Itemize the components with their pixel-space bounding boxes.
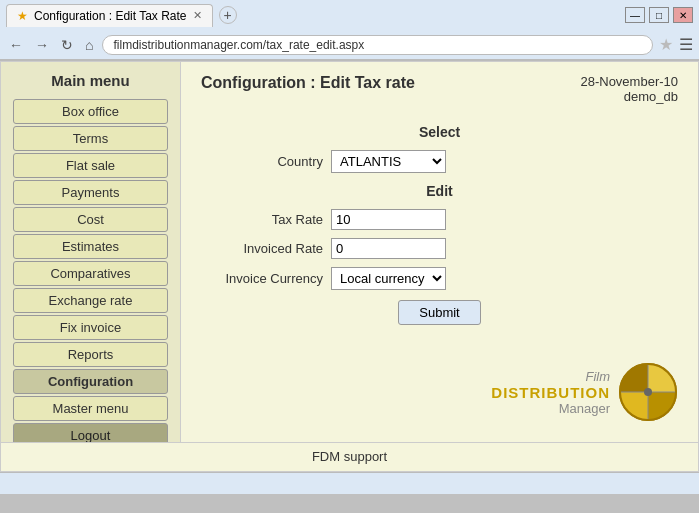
browser-tab[interactable]: ★ Configuration : Edit Tax Rate ✕ [6,4,213,27]
sidebar-item-configuration[interactable]: Configuration [13,369,168,394]
invoice-currency-label: Invoice Currency [201,271,331,286]
sidebar-item-exchange-rate[interactable]: Exchange rate [13,288,168,313]
restore-button[interactable]: □ [649,7,669,23]
date-label: 28-November-10 [580,74,678,89]
status-bar [0,472,699,494]
tax-rate-input[interactable] [331,209,446,230]
bookmark-icon[interactable]: ★ [659,35,673,54]
sidebar-item-master-menu[interactable]: Master menu [13,396,168,421]
sidebar-item-payments[interactable]: Payments [13,180,168,205]
tax-rate-label: Tax Rate [201,212,331,227]
sidebar-item-cost[interactable]: Cost [13,207,168,232]
sidebar-item-reports[interactable]: Reports [13,342,168,367]
sidebar-title: Main menu [51,72,129,89]
tab-favicon-icon: ★ [17,9,28,23]
svg-point-3 [644,388,652,396]
home-button[interactable]: ⌂ [82,37,96,53]
logo-distribution: DISTRIBUTION [491,384,610,401]
logo-circle-icon [618,362,678,422]
tab-label: Configuration : Edit Tax Rate [34,9,187,23]
sidebar-item-terms[interactable]: Terms [13,126,168,151]
invoiced-rate-label: Invoiced Rate [201,241,331,256]
country-select[interactable]: ATLANTIS USA UK FRANCE [331,150,446,173]
refresh-button[interactable]: ↻ [58,37,76,53]
sidebar-item-box-office[interactable]: Box office [13,99,168,124]
sidebar-item-flat-sale[interactable]: Flat sale [13,153,168,178]
footer: FDM support [1,442,698,470]
country-label: Country [201,154,331,169]
select-section-label: Select [201,124,678,140]
logo-manager: Manager [491,401,610,416]
sidebar-item-estimates[interactable]: Estimates [13,234,168,259]
panel-title: Configuration : Edit Tax rate [201,74,415,92]
sidebar-item-fix-invoice[interactable]: Fix invoice [13,315,168,340]
main-panel: Configuration : Edit Tax rate 28-Novembe… [181,62,698,442]
logo-area: Film DISTRIBUTION Manager [491,362,678,422]
panel-info: 28-November-10 demo_db [580,74,678,104]
back-button[interactable]: ← [6,37,26,53]
edit-section-label: Edit [201,183,678,199]
db-label: demo_db [580,89,678,104]
footer-text: FDM support [312,449,387,464]
invoiced-rate-input[interactable] [331,238,446,259]
logo-circle-container [618,362,678,422]
sidebar-item-comparatives[interactable]: Comparatives [13,261,168,286]
invoice-currency-select[interactable]: Local currency USD EUR GBP [331,267,446,290]
logo-film: Film [491,369,610,384]
address-text: filmdistributionmanager.com/tax_rate_edi… [113,38,364,52]
new-tab-button[interactable]: + [219,6,237,24]
tools-icon[interactable]: ☰ [679,35,693,54]
address-bar[interactable]: filmdistributionmanager.com/tax_rate_edi… [102,35,653,55]
tab-close-button[interactable]: ✕ [193,9,202,22]
forward-button[interactable]: → [32,37,52,53]
minimize-button[interactable]: — [625,7,645,23]
close-button[interactable]: ✕ [673,7,693,23]
submit-button[interactable]: Submit [398,300,480,325]
sidebar: Main menu Box office Terms Flat sale Pay… [1,62,181,442]
